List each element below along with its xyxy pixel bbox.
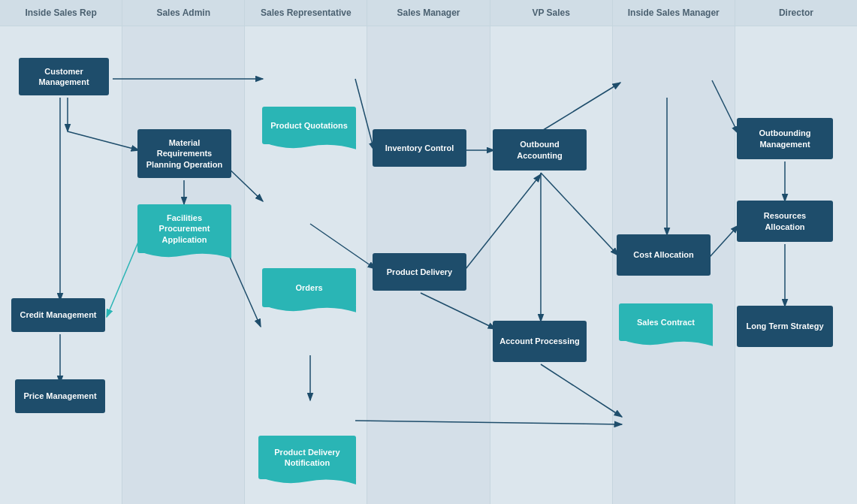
node-inventory-control: Inventory Control <box>373 129 466 167</box>
swimlane-sales-manager: Sales Manager <box>367 0 490 504</box>
swimlane-header-sales-admin: Sales Admin <box>122 0 244 26</box>
node-material-requirements: Material Requirements Planning Operation <box>137 129 231 178</box>
swimlane-sales-representative: Sales Representative <box>245 0 367 504</box>
node-sales-contract: Sales Contract <box>619 303 713 341</box>
node-long-term-strategy: Long Term Strategy <box>737 306 833 347</box>
swimlane-header-vp-sales: VP Sales <box>490 0 612 26</box>
swimlane-director: Director <box>735 0 857 504</box>
swimlanes: Inside Sales Rep Sales Admin Sales Repre… <box>0 0 857 504</box>
node-outbounding-management: Outbounding Management <box>737 118 833 159</box>
node-resources-allocation: Resources Allocation <box>737 201 833 242</box>
swimlane-header-director: Director <box>735 0 857 26</box>
node-outbound-accounting: Outbound Accounting <box>493 129 587 171</box>
node-account-processing: Account Processing <box>493 321 587 362</box>
node-product-quotations: Product Quotations <box>262 107 356 144</box>
node-cost-allocation: Cost Allocation <box>617 234 711 276</box>
swimlane-header-sales-manager: Sales Manager <box>367 0 489 26</box>
node-customer-management: Customer Management <box>19 58 109 95</box>
swimlane-vp-sales: VP Sales <box>490 0 613 504</box>
swimlane-header-sales-representative: Sales Representative <box>245 0 367 26</box>
swimlane-header-inside-sales-manager: Inside Sales Manager <box>613 0 735 26</box>
diagram-container: Inside Sales Rep Sales Admin Sales Repre… <box>0 0 857 504</box>
node-product-delivery: Product Delivery <box>373 253 466 291</box>
node-credit-management: Credit Management <box>11 298 105 332</box>
swimlane-header-inside-sales-rep: Inside Sales Rep <box>0 0 122 26</box>
node-price-management: Price Management <box>15 379 105 413</box>
node-facilities-procurement: Facilities Procurement Application <box>137 204 231 253</box>
node-product-delivery-notification: Product Delivery Notification <box>258 436 356 479</box>
node-orders: Orders <box>262 268 356 307</box>
